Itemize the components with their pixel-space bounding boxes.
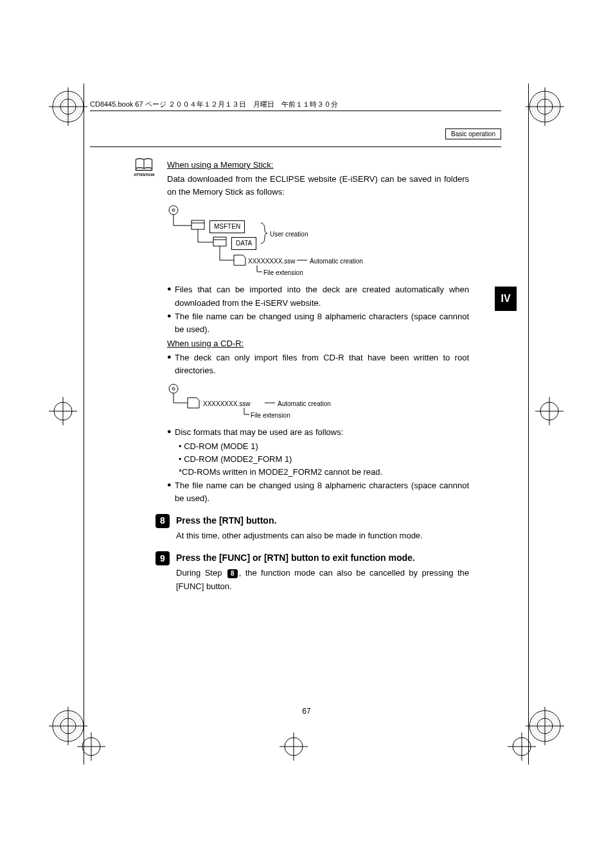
disc-item-1: • CD-ROM (MODE 1): [179, 440, 469, 453]
step-8-body: At this time, other adjustments can also…: [176, 529, 469, 542]
attention-icon: ATTENTION: [132, 157, 156, 178]
step-9-body: During Step 8, the function mode can als…: [176, 567, 469, 592]
step-9-title: Press the [FUNC] or [RTN] button to exit…: [176, 551, 469, 565]
cdr-bullet-last: ● The file name can be changed using 8 a…: [167, 479, 469, 505]
cdr-bullet-1: ● The deck can only import files from CD…: [167, 351, 469, 377]
tree-auto-creation: Automatic creation: [310, 256, 363, 267]
step-8: 8 Press the [RTN] button.: [155, 514, 469, 528]
cdr-tree-ext: File extension: [251, 411, 290, 421]
crop-mark-icon: [49, 87, 87, 126]
crop-mark-icon: [508, 732, 536, 761]
step-8-title: Press the [RTN] button.: [176, 514, 469, 528]
bullet-icon: ●: [167, 283, 175, 295]
tree-file: XXXXXXXX.ssw: [248, 256, 295, 267]
svg-point-58: [169, 384, 178, 393]
svg-rect-51: [213, 237, 226, 246]
step-ref-badge: 8: [227, 569, 238, 578]
step-9-body-prefix: During Step: [176, 568, 226, 578]
cdr-title: When using a CD-R:: [167, 337, 469, 350]
guide-line: [528, 84, 529, 765]
bullet-icon: ●: [167, 351, 175, 363]
guide-line: [84, 84, 84, 765]
tree-file-ext: File extension: [263, 268, 303, 278]
tree-user-creation: User creation: [270, 229, 308, 240]
step-number-badge: 9: [155, 551, 170, 565]
print-header-line: CD8445.book 67 ページ ２００４年１２月１３日 月曜日 午前１１時…: [90, 100, 501, 111]
cdr-disc-bullet: ● Disc formats that may be used are as f…: [167, 426, 469, 439]
ms-intro: Data downloaded from the ECLIPSE website…: [167, 173, 469, 199]
cdr-tree-file: XXXXXXXX.ssw: [203, 399, 250, 409]
bullet-icon: ●: [167, 310, 175, 322]
svg-point-44: [172, 209, 175, 211]
crop-mark-icon: [77, 732, 105, 761]
ms-title: When using a Memory Stick:: [167, 159, 469, 172]
crop-mark-icon: [535, 397, 564, 425]
cdr-tree-diagram: XXXXXXXX.ssw Automatic creation File ext…: [167, 382, 469, 421]
page-content: CD8445.book 67 ページ ２００４年１２月１３日 月曜日 午前１１時…: [90, 100, 501, 593]
tree-folder-1: MSFTEN: [209, 220, 245, 233]
tree-folder-2: DATA: [231, 237, 256, 250]
disc-item-2: • CD-ROM (MODE2_FORM 1): [179, 453, 469, 466]
ms-tree-diagram: MSFTEN DATA XXXXXXXX.ssw User creation A…: [167, 204, 469, 278]
svg-rect-47: [191, 220, 204, 229]
cdr-tree-auto: Automatic creation: [278, 399, 331, 409]
crop-mark-icon: [49, 397, 77, 425]
ms-bullet-1: ● Files that can be imported into the de…: [167, 283, 469, 309]
crop-mark-icon: [526, 87, 564, 126]
attention-label: ATTENTION: [132, 172, 156, 178]
bullet-icon: ●: [167, 426, 175, 438]
disc-item-3: *CD-ROMs written in MODE2_FORM2 cannot b…: [179, 466, 469, 479]
page-number: 67: [0, 707, 613, 716]
step-number-badge: 8: [155, 514, 170, 528]
bullet-icon: ●: [167, 479, 175, 491]
svg-point-59: [172, 387, 175, 390]
ms-bullet-2: ● The file name can be changed using 8 a…: [167, 310, 469, 336]
section-label: Basic operation: [445, 128, 501, 139]
step-9: 9 Press the [FUNC] or [RTN] button to ex…: [155, 551, 469, 565]
crop-mark-icon: [280, 732, 308, 761]
svg-point-43: [169, 206, 178, 215]
